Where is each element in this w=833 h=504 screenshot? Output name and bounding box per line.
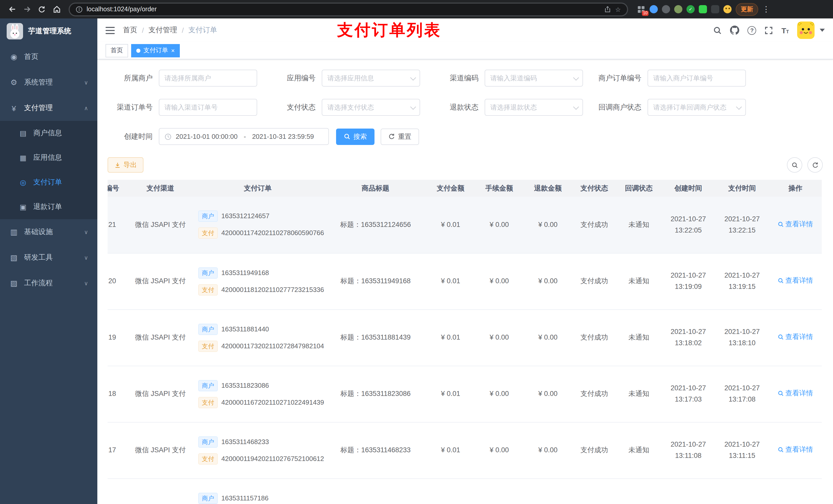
pay-time: 2021-10-27 13:17:08 [724,384,760,403]
pay-status-select[interactable] [322,99,420,116]
channel-order-no-field[interactable] [159,99,257,116]
pay-order-no: 4200001181202110277723215336 [221,286,324,293]
breadcrumb-home[interactable]: 首页 [123,26,137,35]
chevron-up-icon: ∧ [84,105,88,112]
breadcrumb: 首页 / 支付管理 / 支付订单 [123,26,217,35]
refund-status-select[interactable] [485,99,583,116]
browser-update-button[interactable]: 更新 [736,3,758,16]
font-size-icon[interactable]: TT [782,26,789,34]
pay-amount: ¥ 0.01 [441,221,460,229]
sidebar-item-refund-order[interactable]: ▣ 退款订单 [0,195,97,219]
col-status: 支付状态 [572,180,616,197]
create-time: 2021-10-27 13:11:08 [671,441,706,459]
extension-icon[interactable] [699,5,707,13]
extension-icon[interactable] [662,5,670,13]
refresh-table-button[interactable] [807,157,823,173]
url-bar[interactable]: localhost:1024/pay/order ☆ [69,2,628,16]
filter-label-create-time: 创建时间 [108,132,159,141]
table-row-partial: 商户1635311157186 支付 [108,478,822,504]
back-button[interactable] [5,2,19,16]
search-icon[interactable] [713,26,722,34]
help-icon[interactable]: ? [748,26,756,34]
merchant-order-no-input[interactable] [653,70,740,86]
chevron-down-icon [573,104,579,110]
reset-button[interactable]: 重置 [381,128,419,145]
extension-icon[interactable] [711,5,719,13]
channel-code-select[interactable] [485,70,583,87]
pay-status-input[interactable] [327,99,407,115]
sidebar-item-payment[interactable]: ¥ 支付管理 ∧ [0,95,97,121]
grid-icon: ▦ [19,154,28,162]
extension-icon[interactable] [723,5,732,13]
merchant-order-no-field[interactable] [647,70,746,87]
sidebar-item-infrastructure[interactable]: ▥ 基础设施 ∨ [0,219,97,245]
extension-icon[interactable] [649,5,658,13]
sidebar-item-workflow[interactable]: ▨ 工作流程 ∨ [0,270,97,296]
sidebar-item-dev-tools[interactable]: ▧ 研发工具 ∨ [0,245,97,270]
channel-order-no-input[interactable] [164,99,252,115]
forward-button[interactable] [20,2,34,16]
app-select[interactable] [322,70,420,87]
toggle-search-button[interactable] [787,157,802,173]
share-icon[interactable] [604,6,611,13]
merchant-tag: 商户 [198,380,218,391]
search-button[interactable]: 搜索 [336,128,375,145]
reload-button[interactable] [35,2,49,16]
view-detail-link[interactable]: 查看详情 [778,332,813,343]
pay-channel: 微信 JSAPI 支付 [135,333,186,341]
filter-label-merchant: 所属商户 [108,73,159,83]
pay-amount: ¥ 0.01 [441,277,460,285]
col-refund: 退款金额 [524,180,572,197]
github-icon[interactable] [730,26,739,35]
refund-status-input[interactable] [490,99,570,115]
merchant-order-no: 1635312124657 [221,212,269,220]
sidebar-item-app-info[interactable]: ▦ 应用信息 [0,145,97,170]
browser-menu-icon[interactable]: ⋮ [759,5,773,14]
extensions-area: 10 [636,5,732,14]
app-input[interactable] [327,70,407,86]
magnifier-icon [778,278,784,284]
gear-icon: ⚙ [9,78,19,87]
chevron-down-icon: ∨ [84,79,88,86]
table-row: 18 微信 JSAPI 支付 商户1635311823086 支付4200001… [108,366,822,422]
pay-order-no: 4200001174202110278060590766 [221,229,324,237]
clock-icon [164,133,172,140]
close-icon[interactable]: × [171,47,175,53]
create-time: 2021-10-27 13:22:05 [671,215,706,234]
merchant-select[interactable] [159,70,257,87]
site-info-icon[interactable] [76,6,82,13]
extension-icon[interactable] [687,5,695,13]
pay-order-no: 4200001173202110272847982104 [221,342,324,350]
merchant-input[interactable] [164,70,252,86]
refund-amount: ¥ 0.00 [538,333,557,341]
export-button[interactable]: 导出 [108,157,143,173]
tab-home[interactable]: 首页 [105,44,128,57]
sidebar-item-pay-order[interactable]: ◎ 支付订单 [0,170,97,195]
tab-pay-order[interactable]: 支付订单 × [131,44,180,57]
avatar[interactable] [797,22,814,39]
notify-status: 未通知 [628,446,649,454]
sidebar-item-home[interactable]: ◉ 首页 [0,44,97,70]
orders-table: 编号 支付渠道 支付订单 商品标题 支付金额 手续金额 退款金额 支付状态 回调… [108,180,823,504]
notify-status-select[interactable] [647,99,746,116]
sidebar-collapse-icon[interactable] [105,26,115,34]
sidebar-item-system[interactable]: ⚙ 系统管理 ∨ [0,70,97,95]
channel-code-input[interactable] [490,70,570,86]
fullscreen-icon[interactable] [765,26,773,34]
view-detail-link[interactable]: 查看详情 [778,444,813,455]
sidebar-item-label: 应用信息 [33,153,62,162]
breadcrumb-payment[interactable]: 支付管理 [148,26,177,35]
view-detail-link[interactable]: 查看详情 [778,219,813,230]
view-detail-link[interactable]: 查看详情 [778,388,813,399]
extension-icon[interactable] [674,5,682,13]
extensions-grid-icon[interactable]: 10 [636,5,645,14]
create-time-range-picker[interactable]: 2021-10-01 00:00:00 - 2021-10-31 23:59:5… [159,128,329,145]
app-logo[interactable]: 芋道管理系统 [0,19,97,44]
avatar-dropdown-caret[interactable] [820,29,825,32]
home-button[interactable] [50,2,64,16]
bookmark-star-icon[interactable]: ☆ [615,5,621,13]
sidebar-item-merchant-info[interactable]: ▤ 商户信息 [0,121,97,145]
notify-status-input[interactable] [653,99,733,115]
view-detail-link[interactable]: 查看详情 [778,275,813,286]
pay-channel: 微信 JSAPI 支付 [135,277,186,285]
